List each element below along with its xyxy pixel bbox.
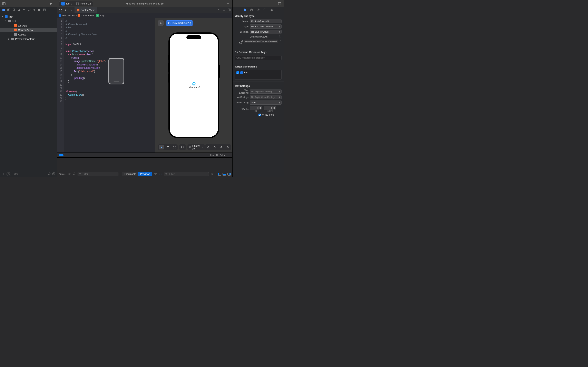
zoom-actual-button[interactable]: 1 [219, 145, 224, 150]
activity-status: Finished running test on iPhone 15 [126, 2, 164, 5]
toggle-navigator-icon[interactable] [2, 1, 6, 6]
editor-tabbar: ContentView [57, 7, 232, 13]
tree-project-root[interactable]: ▼ test [0, 14, 57, 19]
filter-scope-button[interactable] [7, 172, 11, 176]
segment-previews[interactable]: Previews [138, 172, 152, 176]
tree-group[interactable]: ▼ test [0, 19, 57, 23]
variables-filter-input[interactable] [78, 172, 118, 176]
disclosure-icon[interactable]: ▶ [8, 38, 10, 40]
editor-tab[interactable]: ContentView [75, 7, 97, 13]
svg-text:1: 1 [221, 147, 222, 148]
scheme-selector[interactable]: ▸ test ⟩ iPhone 15 [59, 1, 93, 6]
file-name-input[interactable] [250, 19, 282, 23]
visibility-icon[interactable] [154, 172, 157, 176]
back-button[interactable] [63, 8, 68, 12]
minimap-toggle-icon[interactable] [227, 154, 230, 157]
accessibility-inspector-tab[interactable] [263, 8, 267, 12]
breakpoint-tab[interactable] [38, 8, 41, 12]
canvas-toggle-icon[interactable] [228, 8, 231, 12]
inspector-tabbar [233, 7, 284, 13]
toggle-right-panel[interactable] [227, 173, 231, 175]
wrap-lines-checkbox[interactable] [259, 114, 261, 116]
file-type-select[interactable]: Default - Swift Source▲▼ [250, 25, 282, 29]
related-items-button[interactable] [58, 8, 63, 12]
tab-width-input[interactable] [250, 106, 259, 110]
chevron-down-icon: ▼ [201, 146, 203, 148]
indent-width-input[interactable] [264, 106, 273, 110]
segment-executable[interactable]: Executable [122, 172, 138, 176]
tree-item-label: Assets [18, 33, 26, 36]
preview-label-chip[interactable]: Preview (Line 22) [166, 20, 193, 26]
zoom-out-button[interactable] [206, 145, 211, 150]
zoom-in-button[interactable] [225, 145, 231, 150]
tree-folder-preview-content[interactable]: ▶ Preview Content [0, 37, 57, 41]
test-tab[interactable] [27, 8, 31, 12]
trash-icon[interactable] [211, 173, 214, 176]
zoom-fit-button[interactable] [212, 145, 217, 150]
add-button[interactable]: ＋ [2, 172, 5, 176]
pin-preview-button[interactable] [158, 20, 164, 26]
disclosure-icon[interactable]: ▼ [2, 16, 4, 17]
run-button[interactable] [49, 1, 53, 6]
variants-button[interactable] [172, 145, 177, 150]
selectable-preview-button[interactable] [165, 145, 171, 150]
quicklook-icon[interactable] [68, 172, 71, 176]
source-control-tab[interactable] [7, 8, 10, 12]
bookmark-tab[interactable] [12, 8, 15, 12]
recent-filter-icon[interactable] [48, 172, 51, 176]
breakpoint-indicator[interactable] [59, 154, 63, 156]
target-checkbox[interactable] [236, 71, 239, 74]
svg-point-62 [160, 173, 160, 174]
device-screen[interactable]: 🌐 Hello, world! [170, 34, 218, 137]
toggle-left-panel[interactable] [218, 173, 221, 175]
field-label: Widths [234, 108, 249, 110]
find-tab[interactable] [17, 8, 20, 12]
tree-file-contentview[interactable]: ContentView [0, 28, 57, 32]
file-inspector-tab[interactable] [243, 8, 246, 12]
issues-tab[interactable] [22, 8, 26, 12]
svg-rect-38 [190, 146, 191, 148]
report-tab[interactable] [43, 8, 46, 12]
indent-using-select[interactable]: Tabs▲▼ [250, 100, 282, 105]
jumpbar-crumb[interactable]: body [100, 14, 104, 17]
text-encoding-select[interactable]: No Explicit Encoding▲▼ [250, 90, 282, 94]
code-content[interactable]: //// ContentView.swift// test//// Create… [64, 18, 105, 152]
variables-view-mode[interactable]: Auto▲▼ [59, 173, 66, 175]
help-inspector-tab[interactable] [257, 8, 260, 12]
info-icon[interactable] [73, 172, 76, 176]
svg-line-41 [209, 148, 209, 148]
choose-folder-icon[interactable] [279, 35, 282, 38]
jumpbar-crumb[interactable]: test [62, 14, 66, 17]
device-picker[interactable]: iPhone 15 ▼ [187, 144, 205, 150]
toggle-bottom-panel[interactable] [223, 173, 226, 175]
device-settings-button[interactable] [180, 145, 185, 150]
forward-button[interactable] [69, 8, 73, 12]
live-preview-button[interactable] [159, 145, 164, 150]
console-mode-segment[interactable]: Executable Previews [122, 172, 152, 176]
source-editor[interactable]: 1234567891011121314151617181920212223242… [57, 18, 155, 152]
svg-point-56 [74, 173, 74, 173]
history-inspector-tab[interactable] [250, 8, 253, 12]
jumpbar-crumb[interactable]: ContentView [81, 14, 94, 17]
adjust-editor-icon[interactable] [223, 8, 226, 12]
location-select[interactable]: Relative to Group▲▼ [250, 30, 282, 34]
tree-item-label: ContentView [18, 29, 33, 32]
jump-bar[interactable]: test ⟩ test ⟩ ContentView ⟩ Pbody [57, 13, 232, 18]
attributes-inspector-tab[interactable] [270, 8, 273, 12]
disclosure-icon[interactable]: ▼ [5, 20, 7, 22]
tree-file-testapp[interactable]: testApp [0, 23, 57, 28]
scm-filter-icon[interactable] [52, 172, 55, 176]
svg-rect-36 [182, 146, 183, 148]
console-filter-input[interactable] [164, 172, 209, 176]
tree-file-assets[interactable]: Assets [0, 32, 57, 37]
debug-tab[interactable] [33, 8, 36, 12]
reveal-in-finder-icon[interactable] [279, 40, 282, 43]
add-editor-button[interactable] [226, 1, 230, 6]
review-changes-icon[interactable] [217, 8, 221, 12]
library-button[interactable] [277, 1, 282, 6]
metadata-icon[interactable] [159, 172, 162, 176]
project-navigator-tab[interactable] [2, 8, 5, 12]
line-endings-select[interactable]: No Explicit Line Endings▲▼ [250, 95, 282, 99]
navigator-filter-input[interactable] [13, 173, 46, 175]
jumpbar-crumb[interactable]: test [72, 14, 75, 17]
